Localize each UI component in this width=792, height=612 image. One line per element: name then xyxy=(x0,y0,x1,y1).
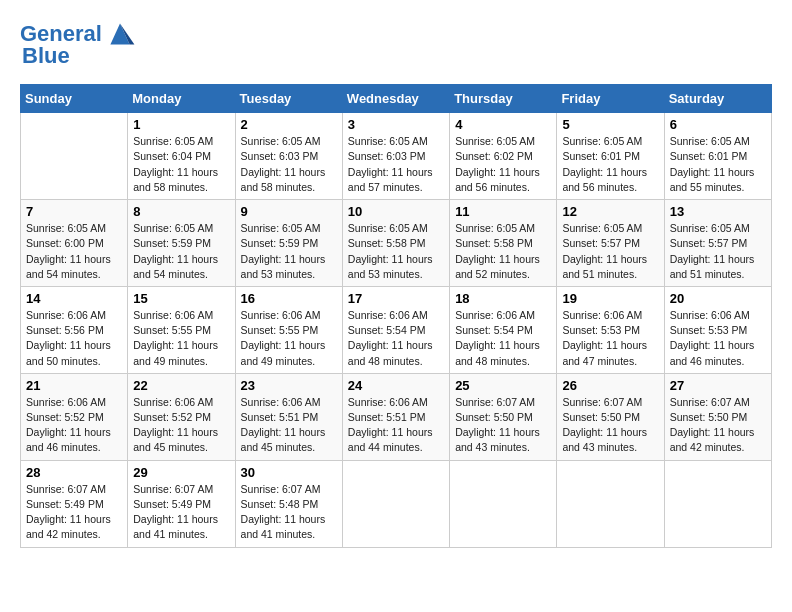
day-number: 28 xyxy=(26,465,122,480)
day-number: 22 xyxy=(133,378,229,393)
day-detail: Sunrise: 6:06 AMSunset: 5:54 PMDaylight:… xyxy=(348,308,444,369)
calendar-cell: 7Sunrise: 6:05 AMSunset: 6:00 PMDaylight… xyxy=(21,200,128,287)
calendar-cell: 1Sunrise: 6:05 AMSunset: 6:04 PMDaylight… xyxy=(128,113,235,200)
day-detail: Sunrise: 6:06 AMSunset: 5:56 PMDaylight:… xyxy=(26,308,122,369)
calendar-cell: 24Sunrise: 6:06 AMSunset: 5:51 PMDayligh… xyxy=(342,373,449,460)
calendar-cell: 9Sunrise: 6:05 AMSunset: 5:59 PMDaylight… xyxy=(235,200,342,287)
logo: General Blue xyxy=(20,20,136,68)
day-number: 14 xyxy=(26,291,122,306)
day-number: 8 xyxy=(133,204,229,219)
calendar-header-row: SundayMondayTuesdayWednesdayThursdayFrid… xyxy=(21,85,772,113)
calendar-week-3: 14Sunrise: 6:06 AMSunset: 5:56 PMDayligh… xyxy=(21,286,772,373)
day-number: 18 xyxy=(455,291,551,306)
calendar-cell: 26Sunrise: 6:07 AMSunset: 5:50 PMDayligh… xyxy=(557,373,664,460)
day-detail: Sunrise: 6:07 AMSunset: 5:49 PMDaylight:… xyxy=(26,482,122,543)
calendar-cell: 15Sunrise: 6:06 AMSunset: 5:55 PMDayligh… xyxy=(128,286,235,373)
calendar-week-5: 28Sunrise: 6:07 AMSunset: 5:49 PMDayligh… xyxy=(21,460,772,547)
day-number: 27 xyxy=(670,378,766,393)
calendar-cell: 29Sunrise: 6:07 AMSunset: 5:49 PMDayligh… xyxy=(128,460,235,547)
calendar-table: SundayMondayTuesdayWednesdayThursdayFrid… xyxy=(20,84,772,547)
calendar-week-1: 1Sunrise: 6:05 AMSunset: 6:04 PMDaylight… xyxy=(21,113,772,200)
day-detail: Sunrise: 6:05 AMSunset: 5:58 PMDaylight:… xyxy=(455,221,551,282)
day-detail: Sunrise: 6:07 AMSunset: 5:50 PMDaylight:… xyxy=(455,395,551,456)
page-header: General Blue xyxy=(20,20,772,68)
calendar-cell xyxy=(664,460,771,547)
day-detail: Sunrise: 6:05 AMSunset: 6:01 PMDaylight:… xyxy=(670,134,766,195)
day-detail: Sunrise: 6:07 AMSunset: 5:49 PMDaylight:… xyxy=(133,482,229,543)
day-number: 29 xyxy=(133,465,229,480)
day-number: 15 xyxy=(133,291,229,306)
day-number: 12 xyxy=(562,204,658,219)
day-detail: Sunrise: 6:06 AMSunset: 5:51 PMDaylight:… xyxy=(348,395,444,456)
day-number: 21 xyxy=(26,378,122,393)
calendar-header-friday: Friday xyxy=(557,85,664,113)
day-number: 26 xyxy=(562,378,658,393)
calendar-cell: 3Sunrise: 6:05 AMSunset: 6:03 PMDaylight… xyxy=(342,113,449,200)
day-detail: Sunrise: 6:06 AMSunset: 5:51 PMDaylight:… xyxy=(241,395,337,456)
day-number: 1 xyxy=(133,117,229,132)
day-number: 11 xyxy=(455,204,551,219)
day-detail: Sunrise: 6:05 AMSunset: 5:57 PMDaylight:… xyxy=(670,221,766,282)
calendar-cell: 10Sunrise: 6:05 AMSunset: 5:58 PMDayligh… xyxy=(342,200,449,287)
day-detail: Sunrise: 6:06 AMSunset: 5:52 PMDaylight:… xyxy=(133,395,229,456)
day-number: 24 xyxy=(348,378,444,393)
day-number: 4 xyxy=(455,117,551,132)
day-detail: Sunrise: 6:06 AMSunset: 5:53 PMDaylight:… xyxy=(562,308,658,369)
calendar-week-2: 7Sunrise: 6:05 AMSunset: 6:00 PMDaylight… xyxy=(21,200,772,287)
calendar-cell xyxy=(557,460,664,547)
calendar-header-wednesday: Wednesday xyxy=(342,85,449,113)
day-number: 6 xyxy=(670,117,766,132)
day-number: 20 xyxy=(670,291,766,306)
day-detail: Sunrise: 6:06 AMSunset: 5:54 PMDaylight:… xyxy=(455,308,551,369)
calendar-cell: 13Sunrise: 6:05 AMSunset: 5:57 PMDayligh… xyxy=(664,200,771,287)
day-detail: Sunrise: 6:07 AMSunset: 5:50 PMDaylight:… xyxy=(670,395,766,456)
day-number: 17 xyxy=(348,291,444,306)
calendar-cell: 19Sunrise: 6:06 AMSunset: 5:53 PMDayligh… xyxy=(557,286,664,373)
day-number: 25 xyxy=(455,378,551,393)
calendar-header-thursday: Thursday xyxy=(450,85,557,113)
calendar-header-monday: Monday xyxy=(128,85,235,113)
calendar-cell: 2Sunrise: 6:05 AMSunset: 6:03 PMDaylight… xyxy=(235,113,342,200)
calendar-cell: 16Sunrise: 6:06 AMSunset: 5:55 PMDayligh… xyxy=(235,286,342,373)
day-detail: Sunrise: 6:07 AMSunset: 5:50 PMDaylight:… xyxy=(562,395,658,456)
calendar-cell: 30Sunrise: 6:07 AMSunset: 5:48 PMDayligh… xyxy=(235,460,342,547)
calendar-cell xyxy=(342,460,449,547)
calendar-cell: 17Sunrise: 6:06 AMSunset: 5:54 PMDayligh… xyxy=(342,286,449,373)
day-number: 13 xyxy=(670,204,766,219)
day-detail: Sunrise: 6:07 AMSunset: 5:48 PMDaylight:… xyxy=(241,482,337,543)
day-detail: Sunrise: 6:05 AMSunset: 5:59 PMDaylight:… xyxy=(133,221,229,282)
day-number: 3 xyxy=(348,117,444,132)
calendar-cell xyxy=(450,460,557,547)
day-detail: Sunrise: 6:05 AMSunset: 6:01 PMDaylight:… xyxy=(562,134,658,195)
day-number: 2 xyxy=(241,117,337,132)
day-detail: Sunrise: 6:05 AMSunset: 5:58 PMDaylight:… xyxy=(348,221,444,282)
calendar-cell: 5Sunrise: 6:05 AMSunset: 6:01 PMDaylight… xyxy=(557,113,664,200)
calendar-cell: 14Sunrise: 6:06 AMSunset: 5:56 PMDayligh… xyxy=(21,286,128,373)
calendar-header-sunday: Sunday xyxy=(21,85,128,113)
calendar-week-4: 21Sunrise: 6:06 AMSunset: 5:52 PMDayligh… xyxy=(21,373,772,460)
day-detail: Sunrise: 6:06 AMSunset: 5:52 PMDaylight:… xyxy=(26,395,122,456)
day-number: 16 xyxy=(241,291,337,306)
calendar-cell: 20Sunrise: 6:06 AMSunset: 5:53 PMDayligh… xyxy=(664,286,771,373)
calendar-cell: 8Sunrise: 6:05 AMSunset: 5:59 PMDaylight… xyxy=(128,200,235,287)
calendar-cell: 23Sunrise: 6:06 AMSunset: 5:51 PMDayligh… xyxy=(235,373,342,460)
calendar-cell: 27Sunrise: 6:07 AMSunset: 5:50 PMDayligh… xyxy=(664,373,771,460)
day-number: 19 xyxy=(562,291,658,306)
calendar-cell: 11Sunrise: 6:05 AMSunset: 5:58 PMDayligh… xyxy=(450,200,557,287)
calendar-header-saturday: Saturday xyxy=(664,85,771,113)
day-detail: Sunrise: 6:06 AMSunset: 5:55 PMDaylight:… xyxy=(241,308,337,369)
day-detail: Sunrise: 6:05 AMSunset: 6:03 PMDaylight:… xyxy=(241,134,337,195)
day-detail: Sunrise: 6:05 AMSunset: 6:03 PMDaylight:… xyxy=(348,134,444,195)
day-detail: Sunrise: 6:05 AMSunset: 6:04 PMDaylight:… xyxy=(133,134,229,195)
day-detail: Sunrise: 6:05 AMSunset: 6:00 PMDaylight:… xyxy=(26,221,122,282)
day-detail: Sunrise: 6:06 AMSunset: 5:55 PMDaylight:… xyxy=(133,308,229,369)
calendar-cell: 21Sunrise: 6:06 AMSunset: 5:52 PMDayligh… xyxy=(21,373,128,460)
calendar-header-tuesday: Tuesday xyxy=(235,85,342,113)
calendar-cell: 25Sunrise: 6:07 AMSunset: 5:50 PMDayligh… xyxy=(450,373,557,460)
day-detail: Sunrise: 6:06 AMSunset: 5:53 PMDaylight:… xyxy=(670,308,766,369)
day-detail: Sunrise: 6:05 AMSunset: 6:02 PMDaylight:… xyxy=(455,134,551,195)
day-number: 5 xyxy=(562,117,658,132)
calendar-cell: 18Sunrise: 6:06 AMSunset: 5:54 PMDayligh… xyxy=(450,286,557,373)
calendar-cell: 4Sunrise: 6:05 AMSunset: 6:02 PMDaylight… xyxy=(450,113,557,200)
day-number: 7 xyxy=(26,204,122,219)
